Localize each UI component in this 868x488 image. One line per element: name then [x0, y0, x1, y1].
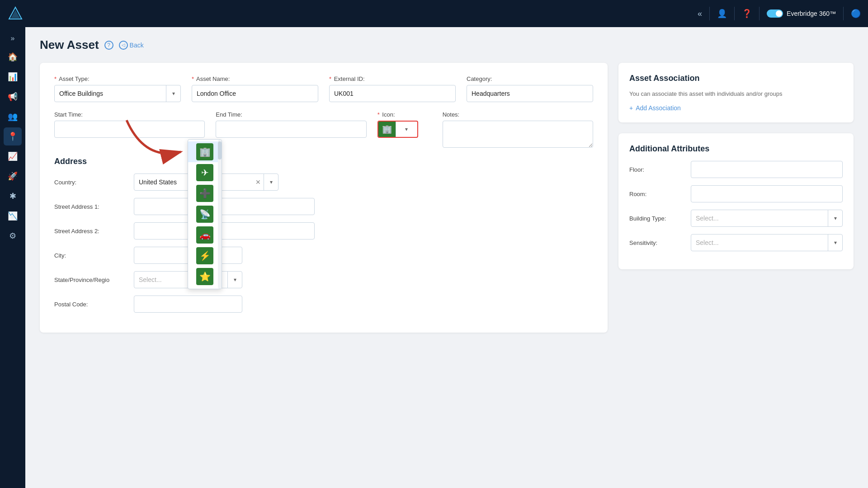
- external-id-input[interactable]: [329, 85, 456, 102]
- asset-type-required: *: [54, 75, 57, 82]
- asset-type-label: * Asset Type:: [54, 75, 181, 82]
- sidebar-item-settings[interactable]: ⚙: [4, 227, 22, 245]
- logo[interactable]: [7, 5, 24, 22]
- form-row-2: Start Time: End Time: * Icon:: [54, 111, 593, 148]
- external-id-label: * External ID:: [329, 75, 456, 82]
- content-layout: * Asset Type: Office Buildings ▾ *: [40, 63, 854, 333]
- top-nav-right: « 👤 ❓ Everbridge 360™ 🔵: [698, 7, 861, 20]
- postal-label: Postal Code:: [54, 301, 127, 308]
- floor-input[interactable]: [691, 161, 843, 178]
- notes-group: Notes:: [443, 111, 593, 148]
- state-arrow-icon[interactable]: ▾: [227, 271, 242, 288]
- street2-input[interactable]: [134, 222, 315, 239]
- sidebar-item-home[interactable]: 🏠: [4, 48, 22, 66]
- sidebar-toggle[interactable]: »: [0, 31, 25, 46]
- asset-name-required: *: [192, 75, 194, 82]
- notes-label: Notes:: [443, 111, 593, 118]
- toggle-label: Everbridge 360™: [767, 9, 836, 18]
- app-icon[interactable]: 🔵: [851, 9, 861, 19]
- sidebar-item-launch[interactable]: 🚀: [4, 167, 22, 185]
- street1-row: Street Address 1:: [54, 198, 593, 215]
- state-group: State/Province/Regio Select... ▾: [54, 271, 593, 288]
- icon-dropdown: 🏢 ✈ ➕ 📡 🚗: [188, 139, 222, 289]
- category-input[interactable]: [467, 85, 593, 102]
- icon-option-plus[interactable]: ➕: [188, 183, 222, 204]
- icon-option-bolt[interactable]: ⚡: [188, 245, 222, 266]
- asset-type-arrow-icon[interactable]: ▾: [166, 85, 180, 102]
- street1-label: Street Address 1:: [54, 203, 127, 210]
- sidebar-item-locations[interactable]: 📍: [4, 127, 22, 145]
- sidebar-item-analytics[interactable]: 📈: [4, 147, 22, 165]
- country-arrow-icon[interactable]: ▾: [264, 174, 278, 191]
- icon-option-plane[interactable]: ✈: [188, 162, 222, 183]
- icon-option-car[interactable]: 🚗: [188, 225, 222, 245]
- icon-selected: 🏢: [378, 121, 396, 138]
- sidebar-item-reports[interactable]: 📉: [4, 207, 22, 225]
- nav-divider-2: [734, 7, 735, 20]
- user-icon[interactable]: 👤: [717, 9, 727, 19]
- notes-input[interactable]: [443, 121, 593, 148]
- sidebar-item-integrations[interactable]: ✱: [4, 187, 22, 205]
- add-association-icon: +: [629, 104, 633, 112]
- asset-type-select[interactable]: Office Buildings ▾: [54, 85, 181, 102]
- sensitivity-arrow-icon[interactable]: ▾: [828, 234, 842, 251]
- sidebar-item-people[interactable]: 👥: [4, 108, 22, 126]
- icon-picker[interactable]: 🏢 ▾: [377, 121, 418, 138]
- sensitivity-row: Sensitivity: Select... ▾: [629, 234, 843, 251]
- asset-name-label: * Asset Name:: [192, 75, 318, 82]
- icon-dropdown-scrollbar[interactable]: [218, 140, 222, 289]
- street2-label: Street Address 2:: [54, 228, 127, 235]
- icon-option-wifi[interactable]: 📡: [188, 204, 222, 225]
- start-time-input[interactable]: [54, 121, 205, 138]
- sidebar-item-alerts[interactable]: 📢: [4, 88, 22, 106]
- state-label: State/Province/Regio: [54, 277, 127, 283]
- building-type-select[interactable]: Select... ▾: [691, 210, 843, 227]
- address-title: Address: [54, 157, 593, 166]
- toggle-text: Everbridge 360™: [787, 10, 836, 17]
- end-time-input[interactable]: [216, 121, 366, 138]
- toggle-knob: [776, 10, 782, 17]
- toggle-switch[interactable]: [767, 9, 783, 18]
- room-input[interactable]: [691, 185, 843, 202]
- floor-row: Floor:: [629, 161, 843, 178]
- attributes-card: Additional Attributes Floor: Room: Build…: [618, 133, 854, 269]
- start-time-group: Start Time:: [54, 111, 205, 138]
- country-clear-icon[interactable]: ✕: [253, 174, 264, 191]
- attributes-title: Additional Attributes: [629, 144, 843, 154]
- asset-type-value: Office Buildings: [55, 85, 166, 102]
- page-title-row: New Asset ? ◁ Back: [40, 38, 854, 52]
- country-row: Country: United States ✕ ▾: [54, 174, 593, 191]
- city-label: City:: [54, 252, 127, 259]
- association-title: Asset Association: [629, 74, 843, 83]
- building-type-arrow-icon[interactable]: ▾: [828, 210, 842, 227]
- end-time-label: End Time:: [216, 111, 366, 118]
- page-help-icon[interactable]: ?: [104, 41, 113, 50]
- postal-input[interactable]: [134, 296, 242, 313]
- sidebar: » 🏠 📊 📢 👥 📍 📈 🚀 ✱ 📉 ⚙: [0, 27, 25, 488]
- nav-divider-1: [709, 7, 710, 20]
- nav-divider-3: [759, 7, 760, 20]
- help-icon[interactable]: ❓: [742, 9, 752, 19]
- back-button[interactable]: ◁ Back: [119, 41, 144, 50]
- icon-picker-arrow[interactable]: ▾: [396, 121, 417, 138]
- add-association-button[interactable]: + Add Association: [629, 104, 843, 112]
- country-label: Country:: [54, 179, 127, 186]
- street2-group: Street Address 2:: [54, 222, 593, 239]
- asset-name-input[interactable]: [192, 85, 318, 102]
- sidebar-item-dashboard[interactable]: 📊: [4, 68, 22, 86]
- icon-plane: ✈: [196, 164, 213, 181]
- collapse-icon[interactable]: «: [698, 9, 702, 19]
- street1-input[interactable]: [134, 198, 315, 215]
- sensitivity-select[interactable]: Select... ▾: [691, 234, 843, 251]
- end-time-group: End Time:: [216, 111, 366, 138]
- icon-label: * Icon:: [377, 111, 432, 118]
- country-group: Country: United States ✕ ▾: [54, 174, 593, 191]
- building-type-row: Building Type: Select... ▾: [629, 210, 843, 227]
- icon-wifi: 📡: [196, 206, 213, 223]
- icon-option-building[interactable]: 🏢: [188, 141, 222, 162]
- main-content: New Asset ? ◁ Back * Asset Type: [25, 27, 868, 488]
- city-row: City:: [54, 247, 593, 264]
- icon-option-star[interactable]: ⭐: [188, 266, 222, 287]
- category-group: Category:: [467, 75, 593, 102]
- postal-row: Postal Code:: [54, 296, 593, 313]
